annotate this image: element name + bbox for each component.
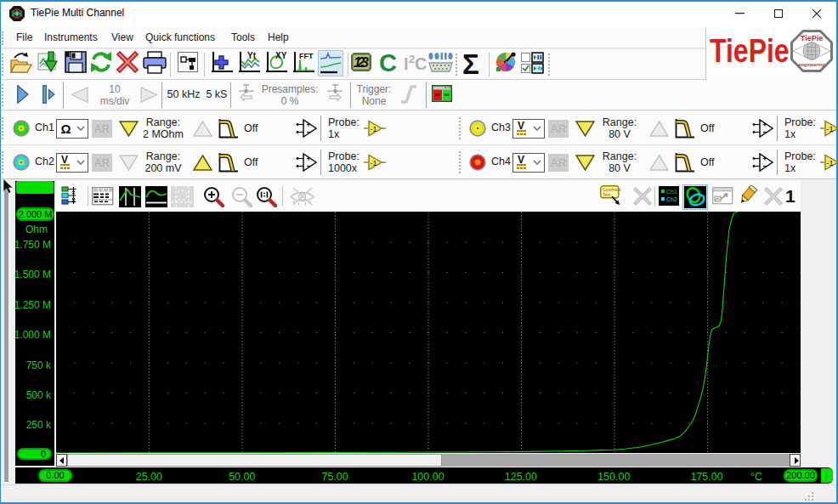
svg-text:FFT: FFT: [299, 52, 314, 60]
svg-text:V: V: [61, 154, 68, 166]
svg-text:Ch2: Ch2: [666, 196, 677, 202]
svg-text:engineering: engineering: [798, 62, 824, 67]
svg-text:-1: -1: [371, 159, 377, 167]
svg-text:-1: -1: [827, 125, 834, 133]
svg-text:XY: XY: [275, 51, 287, 60]
svg-text:Yt: Yt: [247, 51, 257, 60]
svg-text:-1: -1: [371, 125, 377, 133]
svg-text:C: C: [415, 54, 427, 73]
svg-text:V: V: [518, 120, 524, 132]
svg-text:V: V: [518, 154, 524, 166]
svg-text:Ω: Ω: [61, 122, 71, 136]
svg-text:Text: Text: [603, 192, 611, 197]
svg-text:TiePie: TiePie: [801, 34, 823, 42]
svg-text:123: 123: [354, 55, 369, 70]
svg-text:Ch1: Ch1: [666, 189, 677, 195]
svg-text:-1: -1: [827, 159, 834, 167]
svg-text:I: I: [404, 54, 409, 73]
